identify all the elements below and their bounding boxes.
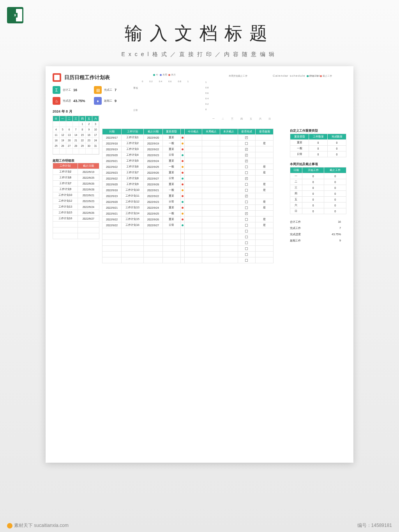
cal-day-cell[interactable] [73,149,79,154]
checkbox[interactable] [245,247,248,250]
table-row[interactable]: 2022/9/22工作计划82022/9/27日常 [102,176,274,181]
checkbox[interactable] [245,201,248,203]
cal-day-cell[interactable] [86,149,92,154]
checkbox[interactable] [245,160,248,162]
table-row[interactable]: 2022/9/22工作计划162022/9/27日常是 [102,222,274,228]
cal-day-cell[interactable]: 18 [53,138,60,143]
cal-day-cell[interactable]: 29 [79,143,86,149]
checkbox[interactable] [245,171,248,174]
checkbox[interactable] [245,142,248,145]
table-row[interactable] [102,246,274,252]
cal-day-cell[interactable]: 20 [66,138,73,143]
cal-day-cell[interactable]: 19 [60,138,66,143]
cal-day-cell[interactable]: 8 [79,127,86,132]
cal-day-cell[interactable]: 12 [60,132,66,138]
table-row[interactable] [102,257,274,263]
cal-day-cell[interactable]: 11 [53,132,60,138]
checkbox[interactable] [245,230,248,233]
checkbox[interactable] [245,236,248,238]
table-row[interactable] [53,233,99,239]
table-row[interactable]: 工作计划162022/9/27 [53,216,99,222]
table-row[interactable]: 工作计划62022/9/25 [53,175,99,181]
table-row[interactable] [102,240,274,246]
cal-day-cell[interactable]: 4 [53,127,60,132]
table-row[interactable]: 工作计划72022/9/26 [53,181,99,187]
cal-day-cell[interactable] [60,122,66,127]
table-row[interactable] [102,252,274,257]
cal-day-cell[interactable]: 3 [92,122,99,127]
table-row[interactable]: 工作计划102022/9/21 [53,192,99,198]
checkbox[interactable] [245,189,248,192]
cal-day-cell[interactable]: 13 [66,132,73,138]
main-table[interactable]: 日期工作计划截止日期重要类型今日截止本周截止本月截止是否完成是否超期2022/9… [102,129,274,263]
cal-day-cell[interactable]: 2 [86,122,92,127]
cal-day-cell[interactable]: 31 [92,143,99,149]
cal-day-cell[interactable]: 5 [60,127,66,132]
cal-day-cell[interactable] [53,149,60,154]
cal-day-cell[interactable]: 16 [86,132,92,138]
cal-day-cell[interactable] [53,122,60,127]
table-row[interactable]: 2022/9/18工作计划102022/9/21一般是 [102,187,274,193]
checkbox[interactable] [245,241,248,244]
cal-day-cell[interactable]: 24 [92,138,99,143]
table-row[interactable]: 工作计划152022/9/26 [53,210,99,216]
table-row[interactable]: 2022/9/20工作计划42022/9/23日常 [102,152,274,158]
table-row[interactable]: 2022/9/21工作计划142022/9/25一般 [102,211,274,217]
table-row[interactable]: 2022/9/21工作计划132022/9/24重要是 [102,205,274,211]
checkbox[interactable] [245,148,248,151]
checkbox[interactable] [245,154,248,157]
cal-day-cell[interactable]: 21 [73,138,79,143]
table-row[interactable] [102,228,274,234]
cal-day-cell[interactable] [60,149,66,154]
cal-day-cell[interactable]: 15 [79,132,86,138]
checkbox[interactable] [245,206,248,209]
cal-day-cell[interactable] [79,149,86,154]
table-row[interactable]: 2022/9/19工作计划112022/9/22重要 [102,193,274,199]
table-row[interactable]: 2022/9/19工作计划32022/9/22重要 [102,146,274,152]
checkbox[interactable] [245,183,248,186]
cal-day-cell[interactable]: 6 [66,127,73,132]
table-row[interactable]: 2022/9/18工作计划22022/9/19一般是 [102,141,274,146]
table-row[interactable] [53,222,99,227]
table-row[interactable]: 2022/9/23工作计划72022/9/26重要是 [102,170,274,176]
cal-day-cell[interactable] [73,122,79,127]
table-row[interactable]: 工作计划122022/9/23 [53,198,99,204]
cal-day-cell[interactable]: 30 [86,143,92,149]
cal-day-cell[interactable] [66,149,73,154]
cal-day-cell[interactable]: 1 [79,122,86,127]
table-row[interactable]: 工作计划22022/9/19 [53,169,99,175]
table-row[interactable]: 2022/9/20工作计划92022/9/28重要是 [102,181,274,187]
mini-calendar[interactable]: 日一二三四五六123456789101112131415161718192021… [53,116,99,155]
cal-day-cell[interactable]: 17 [92,132,99,138]
table-row[interactable]: 2022/9/22工作计划152022/9/26重要是 [102,217,274,222]
cal-day-cell[interactable]: 10 [92,127,99,132]
cal-day-cell[interactable] [92,149,99,154]
cal-day-cell[interactable]: 14 [73,132,79,138]
cal-day-cell[interactable] [66,122,73,127]
cal-day-cell[interactable]: 9 [86,127,92,132]
table-row[interactable]: 2022/9/22工作计划62022/9/25一般是 [102,164,274,170]
checkbox[interactable] [245,212,248,215]
checkbox[interactable] [245,218,248,221]
table-row[interactable]: 2022/9/17工作计划12022/9/20重要 [102,135,274,141]
cal-day-cell[interactable]: 23 [86,138,92,143]
cal-day-cell[interactable]: 26 [60,143,66,149]
cal-day-cell[interactable]: 25 [53,143,60,149]
cal-day-cell[interactable]: 27 [66,143,73,149]
cal-day-cell[interactable]: 7 [73,127,79,132]
checkbox[interactable] [245,224,248,227]
table-row[interactable] [53,227,99,233]
checkbox[interactable] [245,195,248,197]
checkbox[interactable] [245,177,248,180]
table-row[interactable]: 2022/9/20工作计划122022/9/23日常是 [102,199,274,205]
table-row[interactable]: 2022/9/21工作计划52022/9/24重要 [102,158,274,164]
checkbox[interactable] [245,166,248,168]
checkbox[interactable] [245,259,248,262]
cal-day-cell[interactable]: 22 [79,138,86,143]
cal-day-cell[interactable]: 28 [73,143,79,149]
table-row[interactable]: 工作计划92022/9/28 [53,187,99,192]
checkbox[interactable] [245,136,248,139]
table-row[interactable] [102,234,274,240]
checkbox[interactable] [245,253,248,256]
table-row[interactable]: 工作计划132022/9/24 [53,204,99,210]
